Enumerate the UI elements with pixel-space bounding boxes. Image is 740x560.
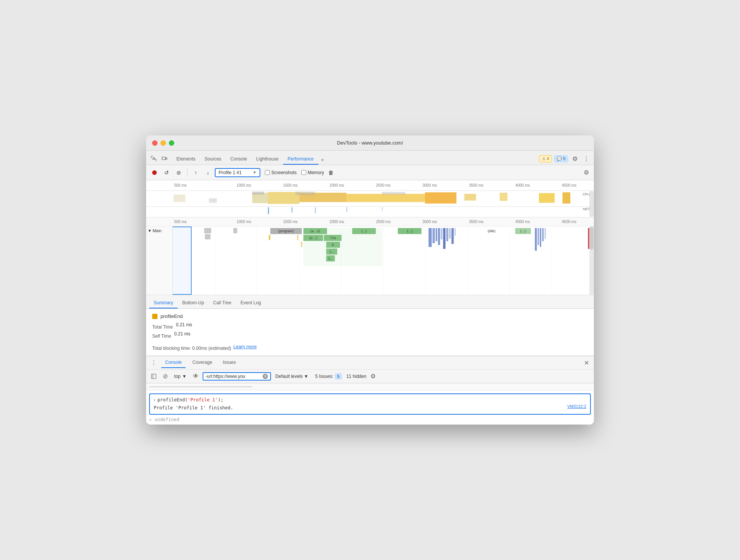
svg-rect-14: [346, 194, 425, 202]
svg-rect-61: [451, 228, 453, 244]
separator-1: [187, 169, 187, 176]
minimize-button[interactable]: [161, 140, 166, 146]
default-levels-arrow-icon: ▼: [304, 374, 309, 379]
learn-more-link[interactable]: Learn more: [233, 344, 257, 349]
svg-rect-30: [382, 207, 383, 211]
more-tabs-button[interactable]: »: [318, 155, 327, 165]
vm-link[interactable]: VM3132:2: [567, 404, 586, 409]
message-count: 5: [563, 156, 565, 161]
main-collapse-icon[interactable]: ▼: [148, 228, 152, 233]
default-levels-button[interactable]: Default levels ▼: [273, 373, 311, 380]
maximize-button[interactable]: [169, 140, 174, 146]
filter-input-wrap: -url:https://www.you ✕: [203, 372, 271, 381]
flame-scrollbar-thumb[interactable]: [590, 227, 594, 250]
console-output-row: Profile 'Profile 1' finished. VM3132:2: [154, 404, 586, 411]
flame-chart[interactable]: ▼ Main: [146, 227, 594, 295]
tab-bottom-up[interactable]: Bottom-Up: [178, 298, 208, 308]
svg-rect-53: [428, 228, 431, 247]
svg-rect-62: [455, 228, 456, 236]
svg-text:(program): (program): [278, 229, 294, 233]
screenshots-checkbox-group: Screenshots: [265, 170, 297, 175]
tab-elements[interactable]: Elements: [172, 154, 200, 165]
warning-badge[interactable]: ⚠ 4: [539, 155, 552, 162]
undefined-row: ← undefined: [146, 416, 594, 423]
tab-sources[interactable]: Sources: [200, 154, 226, 165]
close-button[interactable]: [152, 140, 157, 146]
console-close-button[interactable]: ✕: [582, 358, 591, 367]
tab-call-tree[interactable]: Call Tree: [209, 298, 236, 308]
self-time-label: Self Time: [152, 333, 171, 339]
timeline-ruler: 500 ms 1000 ms 1500 ms 2000 ms 2500 ms 3…: [146, 180, 594, 191]
device-toolbar-icon[interactable]: [160, 154, 169, 163]
warning-count: 4: [547, 156, 549, 161]
console-tab-coverage[interactable]: Coverage: [189, 357, 216, 368]
svg-rect-54: [433, 228, 435, 243]
console-settings-icon[interactable]: ⚙: [368, 372, 378, 381]
dropdown-arrow-icon: ▼: [253, 170, 257, 175]
console-panel: ⋮ Console Coverage Issues ✕ ⊘ top ▼ 👁 -u…: [146, 356, 594, 425]
toolbar-right: ⚙: [582, 168, 591, 177]
record-button[interactable]: [149, 167, 160, 178]
issues-count-badge[interactable]: 5 Issues: 5: [313, 372, 344, 381]
time-row-self: Self Time 0.21 ms: [152, 331, 588, 339]
console-tab-issues[interactable]: Issues: [219, 357, 240, 368]
svg-rect-43: [205, 234, 211, 239]
clear-button[interactable]: ⊘: [173, 167, 184, 178]
svg-rect-9: [173, 195, 185, 202]
console-clear-icon[interactable]: ⊘: [161, 372, 170, 381]
ruler-labels: 500 ms 1000 ms 1500 ms 2000 ms 2500 ms 3…: [148, 183, 592, 187]
eye-icon[interactable]: 👁: [191, 372, 200, 381]
top-selector[interactable]: top ▼: [172, 373, 189, 380]
console-command-text: profileEnd('Profile 1');: [157, 397, 223, 403]
svg-rect-5: [162, 157, 165, 160]
ruler2-label-6: 3500 ms: [453, 220, 499, 224]
top-dropdown-icon: ▼: [182, 374, 187, 379]
memory-checkbox[interactable]: [301, 170, 306, 175]
message-icon: 💬: [557, 156, 562, 161]
hidden-count: 11 hidden: [346, 374, 367, 379]
svg-point-7: [152, 170, 157, 175]
settings-performance-icon[interactable]: ⚙: [582, 168, 591, 177]
svg-rect-56: [438, 228, 440, 245]
tab-event-log[interactable]: Event Log: [236, 298, 266, 308]
ruler-label-8: 4500 ms: [546, 183, 592, 187]
time-row-total: Total Time 0.21 ms: [152, 322, 588, 330]
more-options-icon[interactable]: ⋮: [582, 154, 591, 163]
svg-rect-17: [500, 193, 508, 201]
svg-rect-70: [542, 228, 544, 241]
svg-rect-83: [303, 228, 382, 266]
console-menu-icon[interactable]: ⋮: [149, 359, 158, 367]
filter-clear-button[interactable]: ✕: [263, 374, 268, 379]
default-levels-label: Default levels: [276, 374, 303, 379]
svg-rect-42: [204, 228, 211, 233]
ruler-label-1: 1000 ms: [220, 183, 267, 187]
summary-event-row: profileEnd: [152, 313, 588, 319]
top-label: top: [174, 374, 181, 379]
cpu-net-overview[interactable]: CPU NET: [146, 191, 594, 217]
devtools-tab-right: ⚠ 4 💬 5 ⚙ ⋮: [539, 154, 591, 165]
download-button[interactable]: ↓: [203, 167, 213, 178]
ruler-label-2: 1500 ms: [267, 183, 313, 187]
upload-button[interactable]: ↑: [191, 167, 201, 178]
tab-console[interactable]: Console: [226, 154, 252, 165]
tab-summary[interactable]: Summary: [149, 298, 178, 308]
tab-performance[interactable]: Performance: [283, 154, 318, 165]
svg-rect-60: [449, 228, 450, 239]
flame-scrollbar[interactable]: [589, 227, 594, 295]
message-badge[interactable]: 💬 5: [554, 155, 568, 162]
overview-scrollbar[interactable]: [589, 191, 594, 217]
svg-text:CPU: CPU: [583, 192, 590, 196]
trash-button[interactable]: 🗑: [326, 167, 336, 178]
tab-lighthouse[interactable]: Lighthouse: [252, 154, 283, 165]
profile-selector[interactable]: Profile 1 #1 ▼: [215, 168, 260, 177]
reload-button[interactable]: ↺: [161, 167, 172, 178]
devtools-window: DevTools - www.youtube.com/ Element: [146, 135, 594, 425]
svg-rect-69: [540, 228, 541, 247]
svg-rect-44: [233, 228, 237, 233]
screenshots-checkbox[interactable]: [265, 170, 270, 175]
console-sidebar-icon[interactable]: [149, 372, 158, 381]
svg-rect-27: [291, 207, 293, 212]
settings-icon[interactable]: ⚙: [570, 154, 579, 163]
console-tab-console[interactable]: Console: [161, 357, 186, 368]
inspect-element-icon[interactable]: [149, 154, 158, 163]
